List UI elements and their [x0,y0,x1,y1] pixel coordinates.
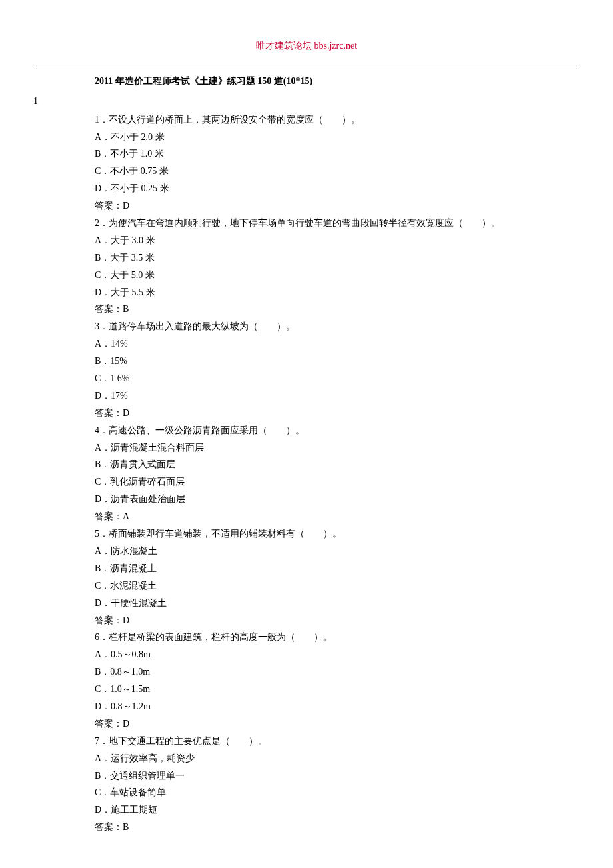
option: B．交通组织管理单一 [95,767,580,785]
answer: 答案：D [95,197,580,215]
option: D．17% [95,387,580,405]
option: B．不小于 1.0 米 [95,145,580,163]
divider [33,67,580,67]
question-block: 3．道路停车场出入道路的最大纵坡为（ ）。A．14%B．15%C．1 6%D．1… [95,318,580,421]
question-block: 1．不设人行道的桥面上，其两边所设安全带的宽度应（ ）。A．不小于 2.0 米B… [95,111,580,215]
option: B．大于 3.5 米 [95,249,580,267]
section-number: 1 [33,93,580,110]
question-block: 5．桥面铺装即行车道铺装，不适用的铺装材料有（ ）。A．防水混凝土B．沥青混凝土… [95,525,580,629]
option: D．0.8～1.2m [95,698,580,715]
question-stem: 7．地下交通工程的主要优点是（ ）。 [95,733,580,750]
questions-container: 1．不设人行道的桥面上，其两边所设安全带的宽度应（ ）。A．不小于 2.0 米B… [33,111,580,836]
option: D．施工工期短 [95,801,580,819]
option: D．不小于 0.25 米 [95,180,580,197]
question-stem: 3．道路停车场出入道路的最大纵坡为（ ）。 [95,318,580,335]
option: B．沥青贯入式面层 [95,456,580,473]
option: B．0.8～1.0m [95,663,580,681]
document-page: 唯才建筑论坛 bbs.jzrc.net 2011 年造价工程师考试《土建》练习题… [0,0,613,868]
option: A．沥青混凝土混合料面层 [95,439,580,457]
question-stem: 6．栏杆是桥梁的表面建筑，栏杆的高度一般为（ ）。 [95,629,580,646]
option: A．不小于 2.0 米 [95,129,580,146]
option: C．不小于 0.75 米 [95,163,580,180]
option: A．运行效率高，耗资少 [95,750,580,767]
option: B．沥青混凝土 [95,560,580,577]
answer: 答案：B [95,301,580,318]
option: D．大于 5.5 米 [95,284,580,301]
option: B．15% [95,353,580,370]
option: D．干硬性混凝土 [95,595,580,612]
question-stem: 1．不设人行道的桥面上，其两边所设安全带的宽度应（ ）。 [95,111,580,129]
option: A．防水混凝土 [95,543,580,560]
option: C．水泥混凝土 [95,577,580,595]
site-header: 唯才建筑论坛 bbs.jzrc.net [33,37,580,55]
option: C．车站设备简单 [95,784,580,801]
option: A．0.5～0.8m [95,646,580,663]
option: A．14% [95,335,580,353]
answer: 答案：D [95,405,580,422]
answer: 答案：D [95,715,580,733]
option: C．1.0～1.5m [95,681,580,698]
question-block: 6．栏杆是桥梁的表面建筑，栏杆的高度一般为（ ）。A．0.5～0.8mB．0.8… [95,629,580,732]
option: D．沥青表面处治面层 [95,491,580,508]
question-block: 7．地下交通工程的主要优点是（ ）。A．运行效率高，耗资少B．交通组织管理单一C… [95,733,580,836]
option: A．大于 3.0 米 [95,232,580,249]
option: C．大于 5.0 米 [95,267,580,284]
question-stem: 4．高速公路、一级公路沥青路面应采用（ ）。 [95,422,580,439]
answer: 答案：A [95,508,580,525]
question-stem: 2．为使汽车在弯道内顺利行驶，地下停车场单向行驶车道的弯曲段回转半径有效宽度应（… [95,215,580,232]
question-block: 4．高速公路、一级公路沥青路面应采用（ ）。A．沥青混凝土混合料面层B．沥青贯入… [95,422,580,525]
page-title: 2011 年造价工程师考试《土建》练习题 150 道(10*15) [95,73,580,90]
option: C．1 6% [95,370,580,387]
option: C．乳化沥青碎石面层 [95,473,580,491]
answer: 答案：B [95,819,580,836]
answer: 答案：D [95,612,580,629]
question-block: 2．为使汽车在弯道内顺利行驶，地下停车场单向行驶车道的弯曲段回转半径有效宽度应（… [95,215,580,318]
question-stem: 5．桥面铺装即行车道铺装，不适用的铺装材料有（ ）。 [95,525,580,543]
